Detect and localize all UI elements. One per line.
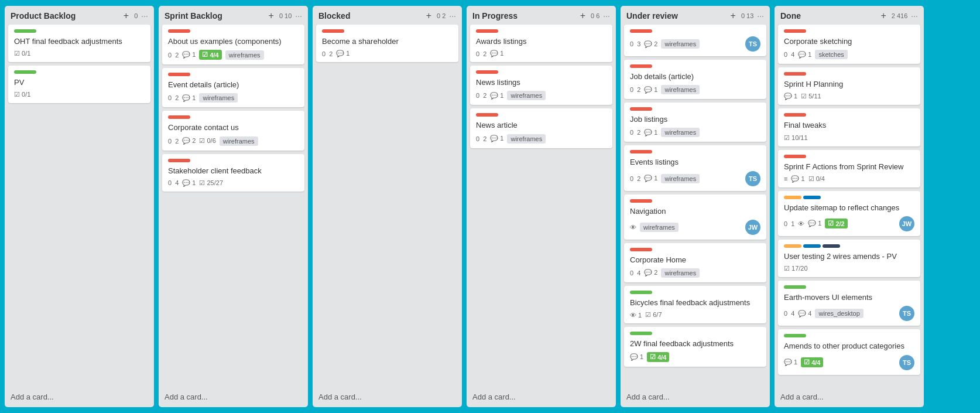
card[interactable]: Corporate sketching04💬 1sketches <box>778 25 920 64</box>
card[interactable]: Navigation👁wireframesJW <box>624 194 766 240</box>
card-label <box>630 150 652 153</box>
column-add-button[interactable]: + <box>424 11 433 21</box>
card-label <box>630 64 652 68</box>
column-menu-button[interactable]: ··· <box>449 11 456 21</box>
meta-comment: 💬 1 <box>808 220 821 227</box>
card[interactable]: Final tweaks☑ 10/11 <box>778 108 920 146</box>
add-card-button[interactable]: Add a card... <box>5 389 154 407</box>
card[interactable]: About us examples (components)02💬 14/4wi… <box>162 25 304 64</box>
card[interactable]: Event details (article)02💬 1wireframes <box>162 68 304 107</box>
card[interactable]: Stakeholder client feedback04💬 1☑ 25/27 <box>162 154 304 192</box>
card[interactable]: Earth-movers UI elements04💬 4wires_deskt… <box>778 281 920 326</box>
column-counts: 0 10 <box>279 12 292 19</box>
card-meta: 01👁💬 12/2JW <box>784 216 914 231</box>
column-header: Under review+0 13··· <box>621 6 770 25</box>
card-title: Job listings <box>630 114 760 125</box>
card-title: Job details (article) <box>630 71 760 82</box>
column-add-button[interactable]: + <box>267 11 276 21</box>
add-card-button[interactable]: Add a card... <box>775 389 924 407</box>
card[interactable]: Update sitemap to reflect changes01👁💬 12… <box>778 191 920 236</box>
meta-comment: 💬 2 <box>644 40 657 48</box>
card[interactable]: Become a shareholder02💬 1 <box>316 25 458 62</box>
column-product-backlog: Product Backlog+0···OHT final feedback a… <box>5 6 154 407</box>
card-tag: wireframes <box>225 50 264 60</box>
meta-checklist: ☑ 5/11 <box>801 93 821 100</box>
card-label <box>803 244 821 248</box>
meta-num: 0 <box>168 52 172 59</box>
column-menu-button[interactable]: ··· <box>295 11 302 21</box>
card-badge: 2/2 <box>825 219 847 228</box>
card[interactable]: PV☑ 0/1 <box>8 66 150 103</box>
card[interactable]: Awards listings02💬 1 <box>470 25 612 62</box>
add-card-button[interactable]: Add a card... <box>467 389 616 407</box>
meta-num: 0 <box>784 51 787 58</box>
card[interactable]: Job listings02💬 1wireframes <box>624 103 766 142</box>
meta-num: 4 <box>175 179 179 186</box>
column-menu-button[interactable]: ··· <box>911 11 918 21</box>
meta-comment: 💬 1 <box>644 129 657 136</box>
card[interactable]: Amends to other product categories💬 14/4… <box>778 329 920 374</box>
column-counts: 2 416 <box>892 12 908 19</box>
column-header: Blocked+0 2··· <box>313 6 462 25</box>
card[interactable]: 2W final feedback adjustments💬 14/4 <box>624 327 766 367</box>
card-label <box>630 199 652 203</box>
card-label <box>476 29 498 33</box>
card[interactable]: User testing 2 wires amends - PV☑ 17/20 <box>778 240 920 277</box>
card[interactable]: Corporate contact us02💬 2☑ 0/6wireframes <box>162 111 304 150</box>
add-card-button[interactable]: Add a card... <box>313 389 462 407</box>
column-add-button[interactable]: + <box>578 11 587 21</box>
card[interactable]: Events listings02💬 1wireframesTS <box>624 145 766 190</box>
card[interactable]: News article02💬 1wireframes <box>470 108 612 148</box>
card-meta: 02💬 1wireframes <box>476 134 606 144</box>
avatar: JW <box>899 216 914 231</box>
meta-comment: 💬 1 <box>336 50 349 57</box>
meta-checklist: ☑ 0/1 <box>14 50 30 57</box>
card[interactable]: Corporate Home04💬 2wireframes <box>624 243 766 282</box>
card[interactable]: Sprint H Planning💬 1☑ 5/11 <box>778 67 920 105</box>
card-meta: 02💬 1wireframesTS <box>630 171 760 186</box>
card-tag: wireframes <box>199 93 238 103</box>
card-title: Sprint F Actions from Sprint Review <box>784 162 914 172</box>
card-title: Navigation <box>630 206 760 217</box>
card-meta: 👁wireframesJW <box>630 220 760 235</box>
card[interactable]: 03💬 2wireframesTS <box>624 25 766 56</box>
column-add-button[interactable]: + <box>122 11 131 21</box>
column-add-button[interactable]: + <box>879 11 888 21</box>
column-title: In Progress <box>472 11 575 21</box>
add-card-button[interactable]: Add a card... <box>621 389 770 407</box>
meta-num: 0 <box>784 310 787 317</box>
meta-num: 2 <box>329 50 333 57</box>
card[interactable]: News listings02💬 1wireframes <box>470 66 612 105</box>
card-meta: 02💬 1wireframes <box>168 93 299 103</box>
meta-comment: 💬 1 <box>798 51 811 59</box>
card-label <box>630 29 652 33</box>
column-menu-button[interactable]: ··· <box>141 11 148 21</box>
card[interactable]: Bicycles final feedback adjustments👁 1☑ … <box>624 286 766 323</box>
meta-comment: 💬 1 <box>182 179 196 187</box>
meta-comment: 💬 1 <box>490 92 503 100</box>
card-title: Bicycles final feedback adjustments <box>630 298 760 308</box>
card[interactable]: Job details (article)02💬 1wireframes <box>624 60 766 99</box>
meta-num: 0 <box>630 175 633 182</box>
meta-num: 0 <box>630 129 633 136</box>
meta-num: 2 <box>637 129 640 136</box>
add-card-button[interactable]: Add a card... <box>159 389 308 407</box>
card-label <box>168 159 190 162</box>
card-label <box>168 29 190 33</box>
column-add-button[interactable]: + <box>729 11 738 21</box>
card-tag: wireframes <box>661 174 700 183</box>
card-title: Become a shareholder <box>322 36 453 47</box>
card-meta: 03💬 2wireframesTS <box>630 36 760 52</box>
card-meta: 💬 1☑ 5/11 <box>784 93 914 100</box>
card-meta: 04💬 1☑ 25/27 <box>168 179 299 187</box>
card-title: News listings <box>476 77 606 88</box>
card[interactable]: OHT final feedback adjustments☑ 0/1 <box>8 25 150 62</box>
card[interactable]: Sprint F Actions from Sprint Review≡💬 1☑… <box>778 150 920 187</box>
column-title: Done <box>780 11 875 21</box>
card-meta: 02💬 14/4wireframes <box>168 50 299 60</box>
meta-comment: 💬 1 <box>644 86 657 94</box>
column-menu-button[interactable]: ··· <box>757 11 764 21</box>
card-label <box>784 72 806 76</box>
column-menu-button[interactable]: ··· <box>603 11 610 21</box>
card-badge: 4/4 <box>801 357 823 367</box>
